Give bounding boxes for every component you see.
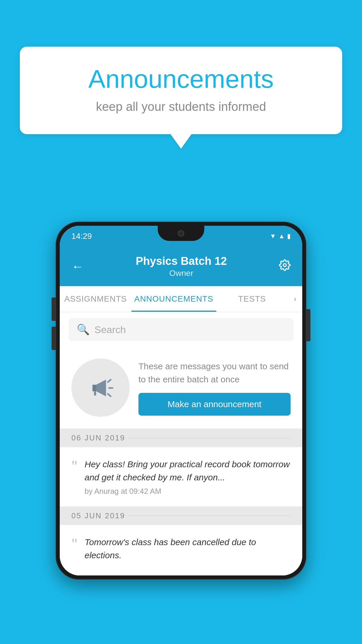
speech-bubble-card: Announcements keep all your students inf… — [20, 47, 342, 134]
search-input-wrapper[interactable]: 🔍 Search — [68, 318, 294, 341]
prompt-right: These are messages you want to send to t… — [138, 360, 291, 416]
settings-button[interactable] — [279, 259, 291, 274]
date-label-1: 06 JUN 2019 — [71, 433, 125, 442]
svg-line-2 — [108, 380, 111, 382]
date-label-2: 05 JUN 2019 — [71, 511, 125, 520]
svg-point-0 — [283, 264, 286, 267]
signal-icon: ▲ — [278, 232, 285, 240]
status-icons: ▼ ▲ ▮ — [270, 232, 291, 240]
megaphone-circle — [71, 358, 130, 417]
announcement-content-2: Tomorrow's class has been cancelled due … — [85, 536, 291, 565]
tab-tests[interactable]: TESTS — [216, 286, 288, 312]
app-header: ← Physics Batch 12 Owner — [60, 247, 302, 286]
status-time: 14:29 — [71, 232, 92, 241]
tab-assignments[interactable]: ASSIGNMENTS — [60, 286, 131, 312]
volume-buttons — [52, 298, 56, 350]
svg-line-4 — [108, 394, 111, 396]
phone-outer-frame: 14:29 ▼ ▲ ▮ ← Physics Batch 12 Owner — [56, 222, 306, 580]
search-container: 🔍 Search — [60, 312, 302, 347]
phone-mockup: 14:29 ▼ ▲ ▮ ← Physics Batch 12 Owner — [56, 222, 306, 580]
announcement-meta-1: by Anurag at 09:42 AM — [85, 487, 291, 496]
tabs-bar: ASSIGNMENTS ANNOUNCEMENTS TESTS › — [60, 286, 302, 312]
separator-line-2 — [128, 516, 291, 516]
make-announcement-button[interactable]: Make an announcement — [138, 393, 291, 416]
speech-bubble-tail — [171, 134, 191, 149]
header-title-group: Physics Batch 12 Owner — [84, 255, 279, 278]
search-placeholder: Search — [94, 324, 126, 335]
batch-role: Owner — [84, 269, 279, 278]
svg-rect-5 — [94, 391, 96, 396]
announcement-text-2: Tomorrow's class has been cancelled due … — [85, 536, 291, 562]
announcement-prompt: These are messages you want to send to t… — [60, 347, 302, 429]
date-separator-1: 06 JUN 2019 — [60, 429, 302, 447]
announcement-text-1: Hey class! Bring your practical record b… — [85, 458, 291, 484]
speech-bubble-section: Announcements keep all your students inf… — [20, 47, 342, 149]
front-camera — [178, 230, 184, 237]
bubble-title: Announcements — [43, 64, 319, 94]
phone-screen: 14:29 ▼ ▲ ▮ ← Physics Batch 12 Owner — [60, 226, 302, 575]
tab-more[interactable]: › — [288, 286, 302, 312]
tab-announcements[interactable]: ANNOUNCEMENTS — [131, 286, 216, 312]
bubble-subtitle: keep all your students informed — [43, 100, 319, 114]
power-button — [306, 309, 310, 341]
prompt-description: These are messages you want to send to t… — [138, 360, 291, 386]
quote-icon-1: " — [71, 459, 78, 474]
status-bar: 14:29 ▼ ▲ ▮ — [60, 226, 302, 247]
announcement-item-1[interactable]: " Hey class! Bring your practical record… — [60, 447, 302, 507]
wifi-icon: ▼ — [270, 232, 276, 240]
separator-line-1 — [128, 438, 291, 438]
megaphone-icon — [86, 373, 115, 402]
notch — [158, 226, 204, 241]
announcement-content-1: Hey class! Bring your practical record b… — [85, 458, 291, 496]
volume-up-button — [52, 298, 56, 321]
date-separator-2: 05 JUN 2019 — [60, 507, 302, 525]
volume-down-button — [52, 327, 56, 350]
power-button-wrapper — [306, 309, 310, 341]
search-icon: 🔍 — [77, 323, 90, 336]
battery-icon: ▮ — [287, 232, 291, 240]
back-button[interactable]: ← — [71, 260, 84, 274]
svg-rect-1 — [93, 385, 96, 391]
quote-icon-2: " — [71, 537, 78, 552]
announcement-item-2[interactable]: " Tomorrow's class has been cancelled du… — [60, 525, 302, 575]
batch-title: Physics Batch 12 — [84, 255, 279, 267]
